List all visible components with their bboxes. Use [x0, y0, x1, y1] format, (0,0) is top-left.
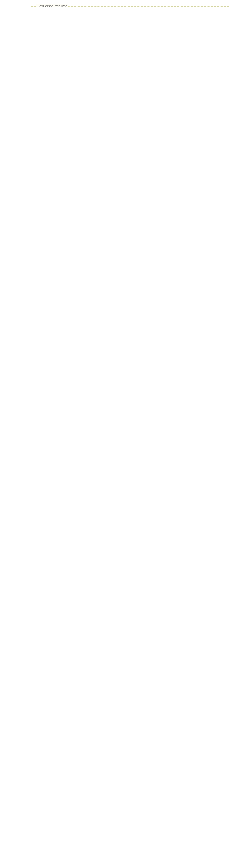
type-container: FlexPersonPropType: [31, 6, 229, 7]
type-title: FlexPersonPropType: [36, 4, 68, 7]
